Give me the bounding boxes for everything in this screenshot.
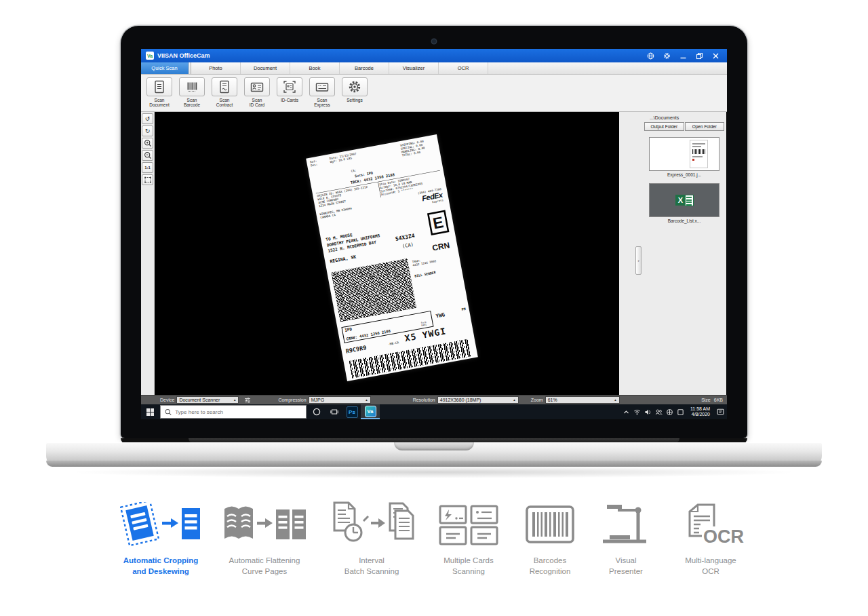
output-path: ...\Documents: [644, 114, 724, 122]
crop-deskew-icon: [120, 502, 201, 547]
tab-book[interactable]: Book: [290, 62, 340, 74]
windows-taskbar: Ps Va 11:58 AM4/8/2020: [141, 404, 727, 419]
rotate-right-button[interactable]: ↻: [142, 126, 153, 136]
toolbar-scan-express[interactable]: ScanExpress: [307, 77, 338, 111]
feature-multiple-cards: Multiple CardsScanning: [435, 502, 502, 577]
app-logo: Va: [146, 52, 154, 60]
device-dropdown[interactable]: Document Scanner▲: [176, 396, 239, 404]
interval-batch-icon: [328, 499, 416, 547]
language-globe-icon[interactable]: [647, 52, 654, 60]
tab-barcode[interactable]: Barcode: [340, 62, 389, 74]
document-icon: [152, 79, 167, 94]
toolbar-id-cards[interactable]: ID-Cards: [274, 77, 305, 111]
cortana-icon: [313, 408, 321, 416]
volume-icon[interactable]: [644, 408, 652, 416]
canvas-tool-strip: ↺ ↻ 1:1: [141, 112, 155, 395]
id-card-icon: [250, 79, 264, 94]
photoshop-icon: Ps: [347, 406, 358, 418]
output-folder-button[interactable]: Output Folder: [644, 122, 684, 131]
crop-select-button[interactable]: [142, 174, 153, 185]
tab-visualizer[interactable]: Visualizer: [389, 62, 439, 74]
compression-dropdown[interactable]: MJPG▲: [309, 396, 371, 404]
taskbar-viisan-active[interactable]: Va: [361, 404, 380, 419]
titlebar-settings-gear-icon[interactable]: [663, 52, 671, 60]
marquee-icon: [144, 176, 152, 184]
zoom-label: Zoom: [531, 398, 543, 402]
notification-center-icon[interactable]: [716, 408, 725, 416]
restore-button[interactable]: [696, 52, 703, 60]
express-label-icon: [315, 79, 330, 94]
size-value: 6KB: [714, 398, 723, 402]
contract-icon: [217, 79, 232, 94]
panel-collapse-handle[interactable]: ›: [635, 246, 642, 275]
zoom-dropdown[interactable]: 61%▲: [545, 396, 620, 404]
toolbar-scan-barcode[interactable]: ScanBarcode: [176, 77, 208, 111]
titlebar: Va VIISAN OfficeCam: [141, 49, 727, 62]
file-name: Barcode_List.x...: [644, 218, 724, 223]
feature-interval-batch: IntervalBatch Scanning: [328, 499, 416, 577]
presenter-stand-icon: [597, 502, 654, 547]
open-folder-button[interactable]: Open Folder: [685, 122, 725, 131]
start-button[interactable]: [141, 404, 159, 419]
compression-label: Compression: [278, 398, 306, 402]
file-thumbnail-express[interactable]: [649, 137, 719, 171]
feature-auto-cropping: Automatic Croppingand Deskewing: [120, 502, 201, 577]
tab-ocr[interactable]: OCR: [439, 62, 488, 74]
windows-logo-icon: [146, 408, 154, 416]
barcode-icon: [184, 79, 199, 94]
close-button[interactable]: [712, 52, 719, 60]
rotate-left-button[interactable]: ↺: [142, 113, 153, 124]
zoom-out-icon: [144, 151, 152, 159]
settings-gear-icon: [347, 79, 362, 94]
minimize-button[interactable]: [679, 52, 687, 60]
preview-canvas[interactable]: Ref:Des: Date: 11/15/2007Wgt: 10.0 LBS S…: [155, 112, 619, 395]
right-panel-zone: › ...\Documents Output Folder Open Folde…: [619, 112, 726, 395]
toolbar-scan-contract[interactable]: ScanContract: [209, 77, 240, 111]
people-icon[interactable]: [655, 408, 663, 416]
svg-text:OCR: OCR: [703, 526, 744, 547]
tray-chevron-icon[interactable]: [623, 408, 630, 416]
tab-quick-scan[interactable]: Quick Scan: [141, 62, 189, 74]
resolution-dropdown[interactable]: 4912X3680 (18MP)▲: [437, 396, 519, 404]
zoom-out-button[interactable]: [142, 150, 153, 161]
flatten-book-icon: [220, 502, 309, 547]
viisan-icon: Va: [365, 406, 376, 417]
tab-photo[interactable]: Photo: [191, 62, 241, 74]
zoom-in-button[interactable]: [142, 138, 153, 149]
dropdown-arrow-icon: ▲: [361, 398, 368, 402]
file-thumbnail-excel[interactable]: X: [649, 183, 719, 217]
tab-document[interactable]: Document: [241, 62, 290, 74]
taskbar-search[interactable]: [160, 405, 307, 419]
laptop-notch: [394, 442, 474, 450]
cortana-button[interactable]: [308, 404, 326, 419]
toolbar-settings[interactable]: Settings: [339, 77, 370, 111]
mini-label-preview: [690, 140, 708, 168]
dropdown-arrow-icon: ▲: [229, 398, 236, 402]
id-cards-frame-icon: [282, 79, 297, 94]
system-tray: 11:58 AM4/8/2020: [623, 404, 727, 419]
toolbar: ScanDocument ScanBarcode ScanContract Sc…: [141, 75, 727, 112]
wifi-icon[interactable]: [633, 408, 641, 416]
multiple-cards-icon: [435, 502, 502, 547]
scanned-shipping-label: Ref:Des: Date: 11/15/2007Wgt: 10.0 LBS S…: [306, 134, 478, 381]
barcode-frame-icon: [521, 502, 578, 547]
toolbar-scan-id-card[interactable]: ScanID Card: [241, 77, 273, 111]
feature-auto-flattening: Automatic FlatteningCurve Pages: [220, 502, 309, 577]
input-language-icon[interactable]: [666, 408, 673, 416]
taskbar-photoshop[interactable]: Ps: [343, 404, 361, 419]
search-input[interactable]: [175, 409, 302, 415]
laptop-shadow: [68, 466, 800, 478]
task-view-button[interactable]: [326, 404, 343, 419]
taskbar-clock[interactable]: 11:58 AM4/8/2020: [690, 406, 710, 417]
camera-settings-icon[interactable]: [244, 397, 251, 404]
window-title: VIISAN OfficeCam: [157, 52, 210, 59]
device-label: Device: [160, 398, 174, 402]
search-icon: [165, 408, 172, 416]
file-name: Express_0001.j...: [644, 172, 724, 177]
toolbar-scan-document[interactable]: ScanDocument: [144, 77, 175, 111]
ocr-document-icon: OCR: [673, 502, 748, 547]
actual-size-button[interactable]: 1:1: [142, 162, 153, 173]
status-bar: Device Document Scanner▲ Compression MJP…: [141, 395, 727, 404]
show-desktop-icon[interactable]: [677, 408, 684, 416]
documents-panel: ...\Documents Output Folder Open Folder …: [644, 114, 724, 223]
